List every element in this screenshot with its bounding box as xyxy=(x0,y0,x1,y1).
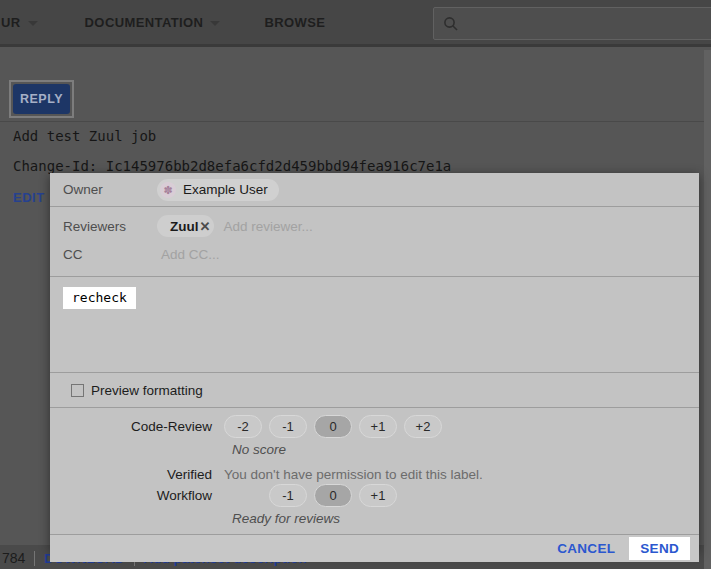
preview-formatting-checkbox[interactable] xyxy=(71,384,84,397)
send-button[interactable]: SEND xyxy=(629,537,690,560)
chevron-down-icon xyxy=(210,21,220,26)
reviewer-chip-name: Zuul xyxy=(170,219,199,234)
commit-message-change-id: Change-Id: Ic145976bb2d8efa6cfd2d459bbd9… xyxy=(13,158,451,174)
score-button-minus1[interactable]: -1 xyxy=(269,415,307,438)
owner-chip: ✽ Example User xyxy=(157,179,279,201)
owner-row: Owner ✽ Example User xyxy=(50,173,699,206)
preview-formatting-label: Preview formatting xyxy=(91,383,203,398)
score-button-zero-selected[interactable]: 0 xyxy=(314,415,352,438)
spacer xyxy=(50,267,699,276)
workflow-score-buttons: -1 0 +1 xyxy=(269,484,397,507)
score-button-plus1[interactable]: +1 xyxy=(359,484,397,507)
nav-menu-documentation-label: DOCUMENTATION xyxy=(85,15,204,30)
patchset-number: 784 xyxy=(2,550,25,566)
cc-label: CC xyxy=(63,247,157,262)
add-cc-input[interactable]: Add CC... xyxy=(161,247,220,262)
dialog-footer: CANCEL SEND xyxy=(50,535,699,562)
verified-label: Verified xyxy=(50,467,220,482)
owner-chip-name: Example User xyxy=(183,182,268,197)
reply-message-textarea[interactable]: recheck xyxy=(50,277,699,372)
search-input[interactable] xyxy=(433,7,711,40)
reply-button-focus-ring: REPLY xyxy=(9,80,74,118)
nav-menu-your[interactable]: UR xyxy=(1,15,38,30)
verified-permission-message: You don't have permission to edit this l… xyxy=(224,467,483,482)
code-review-row: Code-Review -2 -1 0 +1 +2 xyxy=(50,415,699,438)
cc-row: CC Add CC... xyxy=(50,241,699,267)
reviewers-label: Reviewers xyxy=(63,219,157,234)
cancel-button[interactable]: CANCEL xyxy=(557,541,615,556)
nav-menu-your-label: UR xyxy=(1,15,21,30)
divider xyxy=(50,206,699,207)
edit-link[interactable]: EDIT xyxy=(13,190,45,205)
search-icon xyxy=(443,16,459,32)
owner-label: Owner xyxy=(63,182,157,197)
nav-menu-documentation[interactable]: DOCUMENTATION xyxy=(85,15,221,30)
reply-message-text: recheck xyxy=(63,287,136,309)
nav-menu-browse[interactable]: BROWSE xyxy=(264,15,325,30)
close-icon[interactable]: ✕ xyxy=(200,219,211,234)
workflow-score-note: Ready for reviews xyxy=(232,511,699,526)
section-divider xyxy=(0,121,711,122)
add-reviewer-input[interactable]: Add reviewer... xyxy=(223,219,312,234)
reply-dialog: Owner ✽ Example User Reviewers Zuul ✕ Ad… xyxy=(50,173,699,551)
commit-message-subject: Add test Zuul job xyxy=(13,128,156,144)
chevron-down-icon xyxy=(28,21,38,26)
avatar: ✽ xyxy=(160,182,176,198)
reviewers-row: Reviewers Zuul ✕ Add reviewer... xyxy=(50,211,699,241)
label-scores-section: Code-Review -2 -1 0 +1 +2 No score Verif… xyxy=(50,408,699,534)
preview-formatting-row: Preview formatting xyxy=(50,373,699,407)
divider xyxy=(34,551,35,566)
reviewer-chip: Zuul ✕ xyxy=(157,215,214,237)
reply-button[interactable]: REPLY xyxy=(13,84,70,114)
workflow-row: Workflow -1 0 +1 xyxy=(50,484,699,507)
workflow-label: Workflow xyxy=(50,488,220,503)
score-button-minus1[interactable]: -1 xyxy=(269,484,307,507)
scrollbar[interactable] xyxy=(704,50,711,569)
code-review-label: Code-Review xyxy=(50,419,220,434)
nav-menu-browse-label: BROWSE xyxy=(264,15,325,30)
score-button-minus2[interactable]: -2 xyxy=(224,415,262,438)
verified-row: Verified You don't have permission to ed… xyxy=(50,467,699,482)
code-review-score-note: No score xyxy=(232,442,699,457)
code-review-score-buttons: -2 -1 0 +1 +2 xyxy=(224,415,442,438)
score-button-plus1[interactable]: +1 xyxy=(359,415,397,438)
score-button-zero-selected[interactable]: 0 xyxy=(314,484,352,507)
top-app-bar: UR DOCUMENTATION BROWSE xyxy=(0,0,711,47)
score-button-plus2[interactable]: +2 xyxy=(404,415,442,438)
